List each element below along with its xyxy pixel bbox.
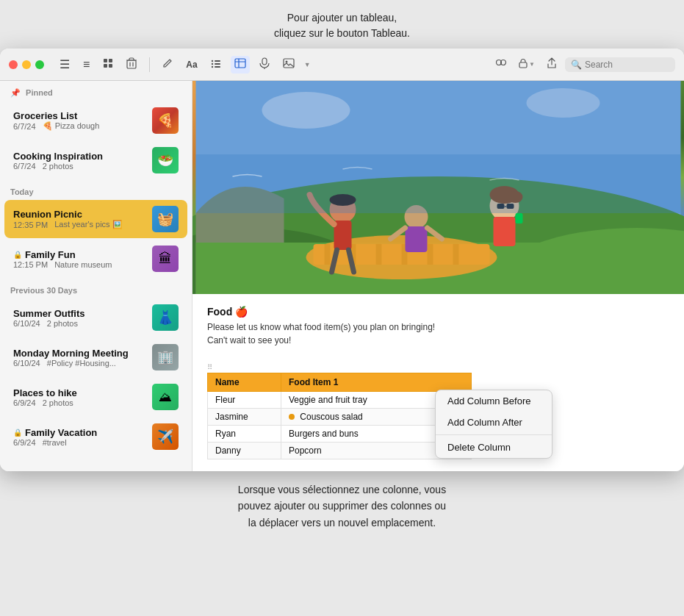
note-meta-family-fun: 12:15 PM Nature museum (13, 260, 146, 269)
table-col-food-header[interactable]: Food Item 1 (281, 373, 472, 392)
table-cell-name-1[interactable]: Jasmine (208, 409, 281, 426)
note-title-summer-outfits: Summer Outfits (13, 308, 146, 319)
note-info-hike: Places to hike 6/9/24 2 photos (13, 387, 146, 407)
svg-point-5 (211, 60, 212, 61)
lock-button[interactable]: ▼ (515, 56, 539, 73)
note-meta-vacation: 6/9/24 #travel (13, 438, 146, 447)
lock-small-icon-2: 🔒 (13, 429, 22, 437)
list-style-icon (211, 58, 221, 71)
svg-rect-14 (284, 59, 294, 68)
note-meta-groceries: 6/7/24 🍕 Pizza dough (13, 121, 146, 131)
table-cell-name-3[interactable]: Danny (208, 443, 281, 459)
search-input[interactable] (585, 60, 669, 70)
svg-rect-0 (104, 59, 107, 62)
note-item-reunion[interactable]: Reunion Picnic 12:35 PM Last year's pics… (4, 200, 187, 238)
note-item-family-fun[interactable]: 🔒 Family Fun 12:15 PM Nature museum 🏛 (4, 240, 187, 278)
context-menu: Add Column Before Add Column After Delet… (435, 390, 552, 459)
text-format-button[interactable]: Aa (182, 57, 201, 72)
table-cell-name-2[interactable]: Ryan (208, 426, 281, 443)
list-style-button[interactable] (207, 56, 225, 74)
note-thumb-vacation: ✈️ (152, 423, 179, 450)
couscous-dot (289, 414, 295, 420)
note-thumb-summer-outfits: 👗 (152, 304, 179, 331)
note-meta-hike: 6/9/24 2 photos (13, 398, 146, 407)
toolbar-divider-1 (149, 57, 150, 72)
note-item-vacation[interactable]: 🔒 Family Vacation 6/9/24 #travel ✈️ (4, 418, 187, 456)
table-icon (234, 58, 246, 71)
svg-rect-8 (215, 63, 220, 65)
table-row: Jasmine Couscous salad (208, 409, 472, 426)
note-thumb-reunion: 🧺 (152, 206, 179, 232)
note-info-cooking: Cooking Inspiration 6/7/24 2 photos (13, 151, 146, 171)
previous-section-label: Previous 30 Days (0, 279, 192, 298)
text-format-icon: Aa (186, 60, 197, 70)
sidebar-toggle-button[interactable]: ☰ (56, 55, 73, 74)
table-drag-dots: ⠿ (207, 363, 212, 371)
note-title-monday-meeting: Monday Morning Meeting (13, 348, 146, 359)
svg-rect-3 (109, 64, 112, 68)
note-title-cooking: Cooking Inspiration (13, 151, 146, 162)
note-title-vacation: Family Vacation (25, 427, 97, 438)
app-window: ☰ ≡ (0, 49, 684, 471)
table-col-name-header[interactable]: Name (208, 373, 281, 392)
food-table: Name Food Item 1 Fleur Veggie and fruit … (207, 373, 472, 459)
grid-view-icon (103, 58, 113, 71)
audio-icon (259, 57, 270, 72)
note-item-hike[interactable]: Places to hike 6/9/24 2 photos ⛰ (4, 378, 187, 416)
note-item-monday-meeting[interactable]: Monday Morning Meeting 6/10/24 #Policy #… (4, 338, 187, 376)
svg-rect-32 (428, 244, 433, 265)
table-row: Ryan Burgers and buns (208, 426, 472, 443)
note-thumb-groceries: 🍕 (152, 107, 179, 134)
svg-rect-18 (519, 62, 527, 68)
note-item-cooking[interactable]: Cooking Inspiration 6/7/24 2 photos 🥗 (4, 141, 187, 179)
annotation-bottom-text: Lorsque vous sélectionnez une colonne, v… (238, 484, 446, 529)
note-item-summer-outfits[interactable]: Summer Outfits 6/10/24 2 photos 👗 (4, 298, 187, 337)
note-text-area: Food 🍎 Please let us know what food item… (192, 294, 684, 363)
delete-button[interactable] (123, 55, 140, 74)
note-item-groceries[interactable]: Groceries List 6/7/24 🍕 Pizza dough 🍕 (4, 101, 187, 140)
table-cell-name-0[interactable]: Fleur (208, 392, 281, 409)
note-info-family-fun: 🔒 Family Fun 12:15 PM Nature museum (13, 249, 146, 269)
close-button[interactable] (9, 60, 18, 69)
minimize-button[interactable] (22, 60, 31, 69)
table-button[interactable] (231, 56, 250, 74)
note-thumb-monday-meeting: 🏢 (152, 344, 179, 370)
trash-icon (126, 57, 137, 72)
compose-icon (162, 58, 173, 71)
svg-rect-38 (406, 226, 428, 252)
compose-button[interactable] (159, 56, 176, 74)
svg-point-15 (285, 60, 287, 62)
table-row: Danny Popcorn (208, 443, 472, 459)
search-bar[interactable]: 🔍 (565, 57, 675, 72)
note-editor: Food 🍎 Please let us know what food item… (192, 81, 684, 471)
svg-point-20 (262, 92, 350, 129)
note-food-title: Food 🍎 (207, 306, 669, 318)
svg-rect-11 (235, 59, 245, 68)
note-title-reunion: Reunion Picnic (13, 209, 146, 220)
main-content: 📌 Pinned Groceries List 6/7/24 🍕 Pizza d… (0, 81, 684, 471)
svg-rect-1 (109, 59, 112, 62)
media-button[interactable] (279, 56, 298, 74)
note-title-hike: Places to hike (13, 387, 146, 398)
grid-view-button[interactable] (99, 56, 117, 74)
pinned-section-label: 📌 Pinned (0, 81, 192, 101)
svg-rect-30 (376, 244, 382, 265)
fullscreen-button[interactable] (35, 60, 44, 69)
svg-rect-33 (453, 244, 459, 265)
lock-small-icon: 🔒 (13, 251, 22, 259)
list-view-button[interactable]: ≡ (79, 56, 93, 74)
context-menu-add-col-before[interactable]: Add Column Before (436, 390, 552, 412)
audio-button[interactable] (256, 55, 273, 74)
note-meta-summer-outfits: 6/10/24 2 photos (13, 319, 146, 328)
table-handle-row: ⠿ (207, 363, 669, 371)
svg-rect-12 (262, 58, 267, 65)
share-button[interactable] (543, 55, 561, 74)
traffic-lights (9, 60, 44, 69)
svg-rect-4 (127, 60, 136, 68)
context-menu-delete-col[interactable]: Delete Column (436, 437, 552, 458)
context-menu-add-col-after[interactable]: Add Column After (436, 412, 552, 433)
svg-point-21 (527, 88, 600, 118)
collab-button[interactable] (490, 56, 511, 74)
annotation-top: Pour ajouter un tableau, cliquez sur le … (259, 0, 425, 49)
annotation-bottom: Lorsque vous sélectionnez une colonne, v… (223, 471, 461, 541)
